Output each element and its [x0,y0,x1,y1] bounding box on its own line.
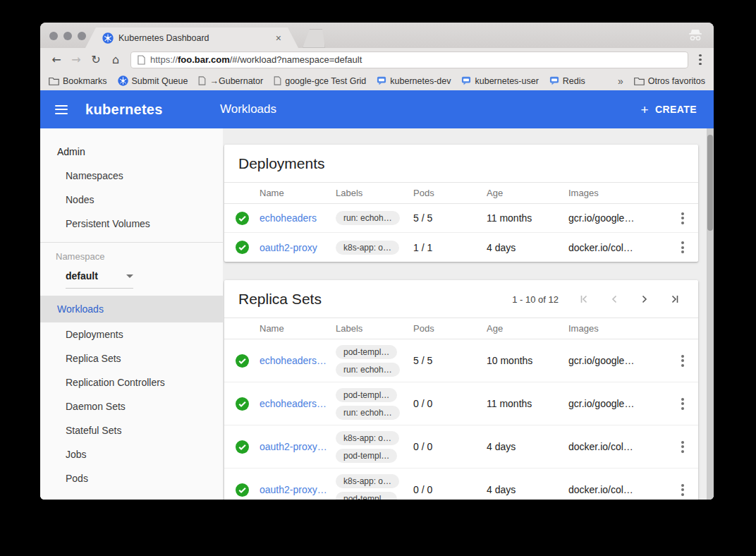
home-button[interactable]: ⌂ [106,53,125,66]
next-page-button[interactable] [640,294,650,304]
url-host: foo.bar.com [178,54,230,65]
last-page-button[interactable] [670,294,680,304]
column-images: Images [568,188,667,198]
sidebar-item-workloads[interactable]: Workloads [40,296,223,322]
main-panel: Deployments Name Labels Pods Age Images … [223,128,714,500]
row-menu-button[interactable] [667,212,698,224]
label-chip: pod-templ… [336,345,397,359]
table-row: echoheaders run: echoh… 5 / 5 11 months … [224,204,698,233]
incognito-icon [687,28,704,42]
sidebar-item-daemon-sets[interactable]: Daemon Sets [40,394,223,418]
window-zoom-button[interactable] [78,32,86,40]
resource-name-link[interactable]: oauth2-proxy [260,242,336,253]
status-ok-icon [236,354,249,368]
bookmark-item[interactable]: Submit Queue [118,75,188,86]
window-close-button[interactable] [49,32,58,40]
column-images: Images [568,323,667,334]
sidebar-item-stateful-sets[interactable]: Stateful Sets [40,418,223,442]
resource-name-link[interactable]: echoheaders… [260,355,336,366]
row-menu-button[interactable] [667,441,698,453]
back-button[interactable]: ← [47,53,66,66]
address-bar[interactable]: https://foo.bar.com/#/workload?namespace… [130,52,688,68]
bookmark-item[interactable]: Bookmarks [49,76,107,86]
new-tab-button[interactable] [303,29,325,48]
sidebar-item-jobs[interactable]: Jobs [40,442,223,466]
label-chip: pod-templ… [336,492,397,500]
kubernetes-logo[interactable]: kubernetes [85,102,163,118]
hamburger-menu-icon[interactable] [55,105,68,114]
label-chip: run: echoh… [336,211,400,225]
column-labels: Labels [336,188,413,198]
plus-icon: + [641,103,650,116]
browser-window: Kubernetes Dashboard × ← → ↻ ⌂ https://f… [40,23,714,500]
url-scheme: https:// [150,54,178,65]
bookmark-item[interactable]: kubernetes-dev [377,76,451,86]
row-menu-button[interactable] [667,241,698,253]
age-value: 4 days [487,242,568,253]
namespace-selector[interactable]: default [66,270,133,289]
sidebar-item-nodes[interactable]: Nodes [40,188,223,212]
tab-title: Kubernetes Dashboard [118,33,271,43]
sidebar-item-pods[interactable]: Pods [40,466,223,490]
groups-icon [461,76,471,85]
age-value: 4 days [487,441,568,452]
bookmarks-overflow-icon[interactable]: » [618,75,623,87]
forward-button[interactable]: → [67,53,85,66]
resource-name-link[interactable]: oauth2-proxy… [260,484,336,495]
window-minimize-button[interactable] [63,32,72,40]
row-menu-button[interactable] [667,398,698,410]
bookmark-item[interactable]: google-gce Test Grid [274,76,366,86]
label-chip: pod-templ… [336,449,397,463]
label-chip: pod-templ… [336,388,397,402]
column-name: Name [260,323,336,334]
replica-sets-card: Replica Sets 1 - 10 of 12 Name Labels [224,280,698,500]
resource-name-link[interactable]: echoheaders… [260,398,336,409]
sidebar-item-replica-sets[interactable]: Replica Sets [40,346,223,370]
column-age: Age [487,188,568,198]
column-pods: Pods [413,323,487,334]
status-ok-icon [236,440,249,454]
resource-name-link[interactable]: echoheaders [260,212,336,224]
sidebar-item-replication-controllers[interactable]: Replication Controllers [40,370,223,394]
page-scrollbar[interactable] [707,128,714,500]
sidebar-section-admin[interactable]: Admin [40,140,223,164]
age-value: 11 months [487,398,568,409]
scrollbar-thumb[interactable] [707,135,713,231]
bookmark-folder-otros[interactable]: Otros favoritos [634,76,705,86]
create-button[interactable]: + CREATE [641,103,697,116]
app-bar: kubernetes Workloads + CREATE [40,90,714,128]
browser-tab[interactable]: Kubernetes Dashboard × [85,28,298,48]
resource-name-link[interactable]: oauth2-proxy… [260,441,336,452]
deployments-card: Deployments Name Labels Pods Age Images … [224,145,698,262]
pods-value: 0 / 0 [413,484,487,495]
namespace-label: Namespace [40,244,223,262]
reload-button[interactable]: ↻ [87,53,105,66]
bookmark-item[interactable]: →Gubernator [198,76,263,86]
kubernetes-icon [118,75,128,86]
column-labels: Labels [336,323,413,334]
label-chip: run: echoh… [336,363,400,377]
sidebar-item-persistent-volumes[interactable]: Persistent Volumes [40,212,223,236]
sidebar-item-deployments[interactable]: Deployments [40,322,223,346]
pagination: 1 - 10 of 12 [512,294,680,305]
table-row: oauth2-proxy k8s-app: o… 1 / 1 4 days do… [224,233,698,262]
row-menu-button[interactable] [667,355,698,367]
row-menu-button[interactable] [667,484,698,496]
status-ok-icon [236,483,249,497]
table-row: echoheaders… pod-templ… run: echoh… 0 / … [224,382,698,425]
table-row: echoheaders… pod-templ… run: echoh… 5 / … [224,339,698,382]
label-chip: k8s-app: o… [336,241,399,255]
first-page-button[interactable] [579,294,589,304]
images-value: gcr.io/google… [568,355,667,366]
card-title: Deployments [238,155,684,172]
pods-value: 5 / 5 [413,212,487,224]
kubernetes-favicon-icon [102,32,114,44]
sidebar-item-namespaces[interactable]: Namespaces [40,164,223,188]
bookmark-item[interactable]: Redis [549,76,585,86]
label-chip: k8s-app: o… [336,474,399,488]
tab-close-icon[interactable]: × [276,33,281,43]
bookmark-item[interactable]: kubernetes-user [461,76,538,86]
previous-page-button[interactable] [609,294,619,304]
browser-menu-button[interactable] [694,54,707,66]
table-row: oauth2-proxy… k8s-app: o… pod-templ… 0 /… [224,425,698,469]
